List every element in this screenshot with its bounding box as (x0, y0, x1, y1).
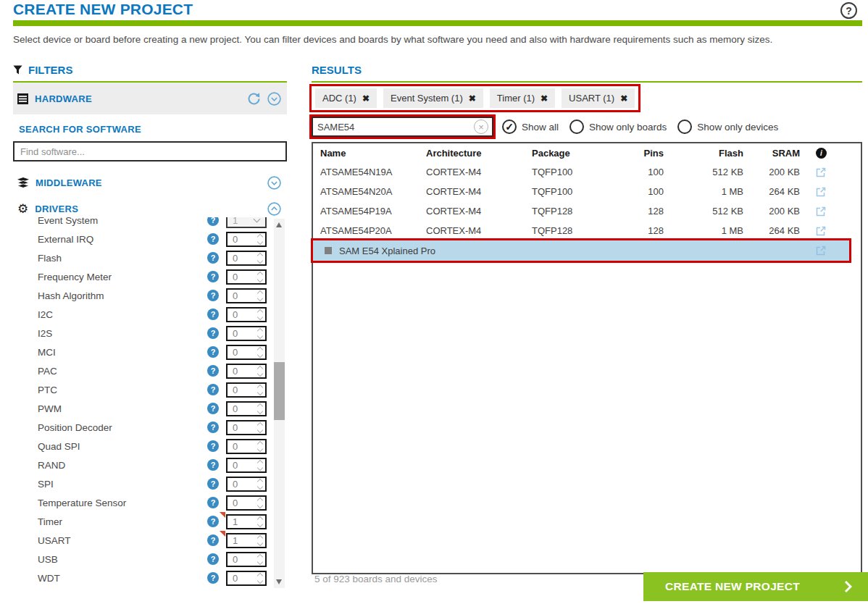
radio-circle[interactable]: ✓ (677, 119, 692, 134)
remove-chip-icon[interactable]: ✖ (541, 93, 548, 104)
spinner-down-icon[interactable] (257, 332, 263, 338)
driver-count-input[interactable]: 0 (226, 552, 267, 567)
spinner-arrows[interactable] (255, 498, 265, 508)
drivers-scrollbar[interactable] (274, 219, 285, 588)
hardware-section-header[interactable]: HARDWARE (13, 83, 287, 114)
spinner-arrows[interactable] (255, 574, 265, 583)
spinner-down-icon[interactable] (257, 257, 263, 263)
question-help-icon[interactable]: ? (207, 290, 219, 301)
spinner-down-icon[interactable] (257, 314, 263, 319)
driver-count-input[interactable]: 1 (226, 217, 267, 228)
driver-count-input[interactable]: 0 (226, 232, 267, 247)
spinner-arrows[interactable] (255, 442, 265, 451)
radio-circle[interactable]: ✓ (502, 119, 517, 134)
collapse-chevron-down-icon[interactable] (267, 176, 281, 190)
device-row[interactable]: ATSAME54P20A CORTEX-M4 TQFP128 128 1 MB … (313, 221, 861, 240)
remove-chip-icon[interactable]: ✖ (620, 93, 627, 104)
spinner-down-icon[interactable] (257, 427, 263, 432)
driver-count-input[interactable]: 0 (226, 495, 267, 511)
filter-chip[interactable]: USART (1) ✖ (562, 88, 635, 108)
scroll-down-icon[interactable] (276, 579, 282, 584)
spinner-arrows[interactable] (255, 517, 265, 527)
driver-count-input[interactable]: 0 (226, 477, 267, 492)
spinner-down-icon[interactable] (257, 502, 263, 508)
driver-count-input[interactable]: 0 (226, 326, 267, 341)
driver-count-input[interactable]: 0 (226, 288, 267, 303)
question-help-icon[interactable]: ? (207, 309, 219, 320)
help-icon[interactable]: ? (840, 2, 857, 19)
driver-count-input[interactable]: 0 (226, 251, 267, 266)
driver-count-input[interactable]: 0 (226, 571, 267, 586)
external-link-icon[interactable] (816, 226, 826, 236)
driver-count-input[interactable]: 0 (226, 439, 267, 454)
board-row-sam-e54-xplained-pro[interactable]: SAM E54 Xplained Pro (313, 240, 849, 261)
refresh-icon[interactable] (247, 92, 261, 106)
question-help-icon[interactable]: ? (207, 553, 219, 565)
question-help-icon[interactable]: ? (207, 459, 219, 471)
remove-chip-icon[interactable]: ✖ (469, 93, 476, 104)
spinner-arrows[interactable] (255, 329, 265, 338)
spinner-arrows[interactable] (255, 253, 265, 263)
question-help-icon[interactable]: ? (207, 233, 219, 245)
spinner-down-icon[interactable] (257, 483, 263, 489)
collapse-chevron-down-icon[interactable] (267, 92, 281, 106)
spinner-down-icon[interactable] (257, 445, 263, 451)
filter-chip[interactable]: ADC (1) ✖ (315, 88, 377, 108)
question-help-icon[interactable]: ? (207, 384, 219, 395)
driver-count-input[interactable]: 1 (226, 533, 267, 548)
spinner-down-icon[interactable] (257, 521, 263, 527)
remove-chip-icon[interactable]: ✖ (362, 93, 370, 104)
spinner-arrows[interactable] (255, 366, 265, 376)
spinner-down-icon[interactable] (257, 558, 263, 564)
software-search-input[interactable] (13, 141, 287, 162)
external-link-icon[interactable] (816, 206, 826, 217)
spinner-arrows[interactable] (255, 404, 265, 414)
spinner-arrows[interactable] (255, 536, 265, 545)
external-link-icon[interactable] (816, 246, 826, 256)
clear-search-icon[interactable]: × (474, 119, 488, 134)
spinner-arrows[interactable] (255, 555, 265, 564)
spinner-arrows[interactable] (255, 272, 265, 282)
spinner-down-icon[interactable] (257, 295, 263, 301)
spinner-arrows[interactable] (255, 310, 265, 319)
spinner-down-icon[interactable] (257, 351, 263, 357)
scroll-up-icon[interactable] (276, 222, 282, 227)
create-new-project-button[interactable]: CREATE NEW PROJECT (643, 572, 868, 601)
spinner-down-icon[interactable] (257, 540, 263, 545)
driver-count-input[interactable]: 0 (226, 458, 267, 473)
question-help-icon[interactable]: ? (207, 327, 219, 339)
spinner-arrows[interactable] (255, 235, 265, 244)
filter-chip[interactable]: Event System (1) ✖ (383, 88, 483, 108)
spinner-down-icon[interactable] (257, 408, 263, 414)
question-help-icon[interactable]: ? (207, 271, 219, 282)
middleware-section-header[interactable]: MIDDLEWARE (13, 172, 287, 193)
spinner-down-icon[interactable] (257, 238, 263, 244)
radio-circle[interactable]: ✓ (569, 119, 584, 134)
question-help-icon[interactable]: ? (207, 365, 219, 377)
driver-count-input[interactable]: 0 (226, 401, 267, 416)
device-row[interactable]: ATSAME54N19A CORTEX-M4 TQFP100 100 512 K… (313, 162, 861, 182)
spinner-down-icon[interactable] (257, 370, 263, 376)
radio-option[interactable]: ✓ Show all (502, 119, 559, 134)
question-help-icon[interactable]: ? (207, 478, 219, 490)
device-search-input[interactable] (313, 122, 474, 133)
radio-option[interactable]: ✓ Show only boards (569, 119, 667, 134)
driver-count-input[interactable]: 0 (226, 382, 267, 398)
spinner-arrows[interactable] (255, 423, 265, 432)
spinner-arrows[interactable] (255, 461, 265, 470)
driver-count-input[interactable]: 0 (226, 307, 267, 322)
question-help-icon[interactable]: ? (207, 516, 219, 527)
device-row[interactable]: ATSAME54N20A CORTEX-M4 TQFP100 100 1 MB … (313, 182, 861, 201)
spinner-arrows[interactable] (255, 348, 265, 357)
external-link-icon[interactable] (816, 187, 826, 197)
spinner-down-icon[interactable] (257, 389, 263, 395)
question-help-icon[interactable]: ? (207, 403, 219, 414)
scrollbar-thumb[interactable] (274, 362, 285, 420)
spinner-down-icon[interactable] (257, 464, 263, 470)
question-help-icon[interactable]: ? (207, 497, 219, 508)
spinner-arrows[interactable] (255, 385, 265, 395)
device-row[interactable]: ATSAME54P19A CORTEX-M4 TQFP128 128 512 K… (313, 201, 861, 221)
question-help-icon[interactable]: ? (207, 217, 219, 226)
spinner-down-icon[interactable] (257, 577, 263, 583)
filter-chip[interactable]: Timer (1) ✖ (490, 88, 555, 108)
